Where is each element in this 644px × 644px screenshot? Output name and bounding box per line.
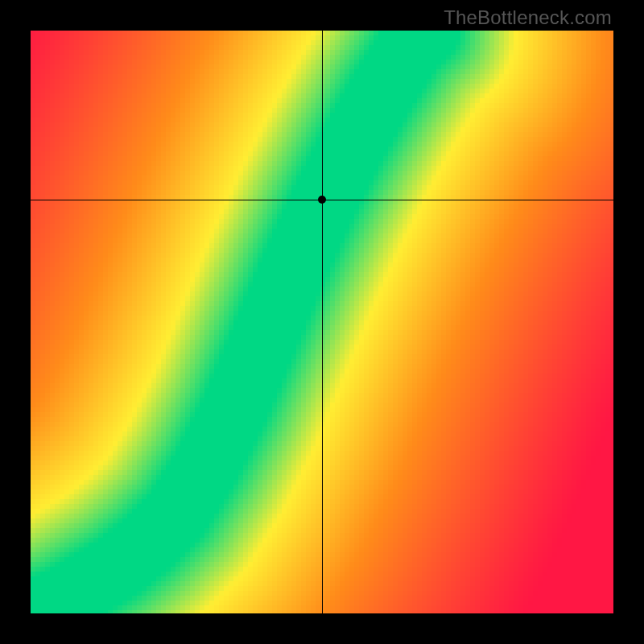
heatmap-plot — [31, 31, 613, 613]
watermark-text: TheBottleneck.com — [444, 6, 612, 29]
heatmap-canvas — [31, 31, 613, 613]
chart-frame: TheBottleneck.com — [0, 0, 644, 644]
